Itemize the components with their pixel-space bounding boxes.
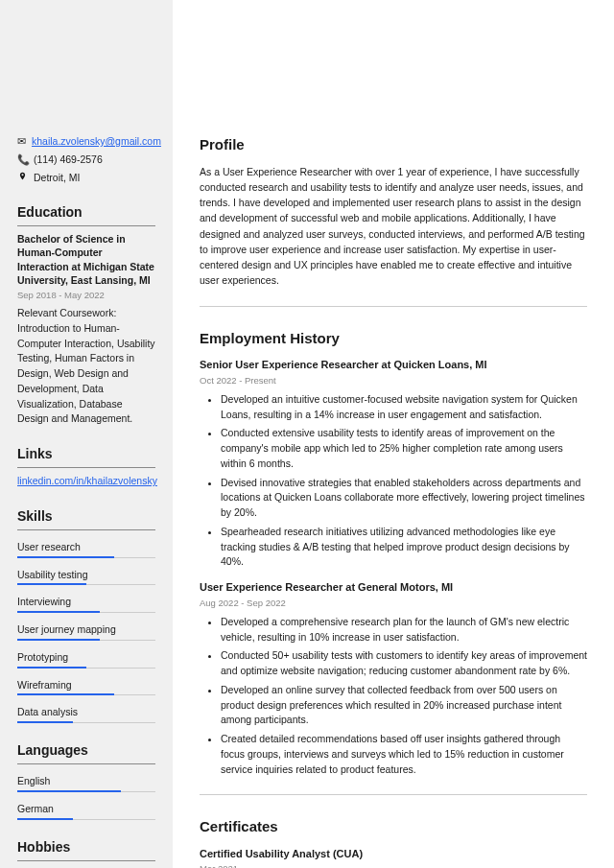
- divider: [200, 794, 587, 795]
- job-bullets: Developed a comprehensive research plan …: [200, 615, 587, 778]
- job-dates: Aug 2022 - Sep 2022: [200, 597, 587, 610]
- job-title: User Experience Researcher at General Mo…: [200, 579, 587, 596]
- certificates-heading: Certificates: [200, 816, 587, 838]
- skill-item: User journey mapping: [17, 619, 155, 641]
- skill-item: Usability testing: [17, 564, 155, 586]
- contact-location-row: Detroit, MI: [17, 171, 155, 186]
- skill-item: User research: [17, 536, 155, 558]
- education-coursework: Relevant Coursework: Introduction to Hum…: [17, 306, 155, 427]
- skill-item: Wireframing: [17, 674, 155, 696]
- languages-heading: Languages: [17, 740, 155, 764]
- divider: [200, 306, 587, 307]
- education-heading: Education: [17, 202, 155, 226]
- cert-date: Mar 2021: [200, 862, 587, 868]
- job-title: Senior User Experience Researcher at Qui…: [200, 357, 587, 373]
- cert-title: Certified Usability Analyst (CUA): [200, 846, 587, 862]
- job-dates: Oct 2022 - Present: [200, 374, 587, 387]
- education-dates: Sep 2018 - May 2022: [17, 289, 155, 302]
- job-bullet: Spearheaded research initiatives utilizi…: [221, 525, 587, 570]
- links-heading: Links: [17, 444, 155, 468]
- hobbies-heading: Hobbies: [17, 837, 155, 861]
- language-item: English: [17, 770, 155, 792]
- contact-phone-row: 📞 (114) 469-2576: [17, 152, 155, 168]
- location-icon: [17, 171, 28, 186]
- email-icon: ✉: [17, 134, 26, 150]
- education-degree: Bachelor of Science in Human-Computer In…: [17, 232, 155, 287]
- skills-heading: Skills: [17, 506, 155, 530]
- job-bullet: Conducted 50+ usability tests with custo…: [221, 648, 587, 679]
- sidebar: ✉ khaila.zvolensky@gmail.com 📞 (114) 469…: [0, 0, 173, 868]
- job-bullet: Conducted extensive usability tests to i…: [221, 426, 587, 471]
- location-text: Detroit, MI: [34, 171, 80, 186]
- skill-item: Interviewing: [17, 591, 155, 613]
- job-bullet: Developed an intuitive customer-focused …: [221, 392, 587, 423]
- linkedin-link[interactable]: linkedin.com/in/khailazvolensky: [17, 475, 157, 486]
- skill-item: Data analysis: [17, 701, 155, 723]
- profile-heading: Profile: [200, 134, 587, 156]
- skill-item: Prototyping: [17, 646, 155, 669]
- language-item: German: [17, 798, 155, 820]
- job-bullets: Developed an intuitive customer-focused …: [200, 392, 587, 570]
- phone-icon: 📞: [17, 152, 28, 168]
- main-content: Profile As a User Experience Researcher …: [173, 0, 614, 868]
- job-bullet: Created detailed recommendations based o…: [221, 732, 587, 777]
- job-bullet: Developed a comprehensive research plan …: [221, 615, 587, 645]
- employment-heading: Employment History: [200, 328, 587, 350]
- contact-email-row: ✉ khaila.zvolensky@gmail.com: [17, 134, 155, 150]
- email-link[interactable]: khaila.zvolensky@gmail.com: [32, 134, 161, 150]
- job-bullet: Developed an online survey that collecte…: [221, 683, 587, 728]
- phone-text: (114) 469-2576: [34, 152, 103, 168]
- profile-text: As a User Experience Researcher with ove…: [200, 164, 587, 289]
- job-bullet: Devised innovative strategies that enabl…: [221, 476, 587, 521]
